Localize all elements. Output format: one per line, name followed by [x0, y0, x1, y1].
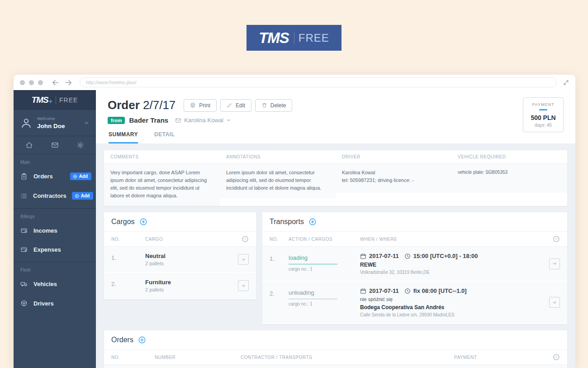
section-label-main: Main [14, 154, 96, 167]
home-icon[interactable] [25, 141, 33, 149]
sidebar-item-label: Orders [33, 173, 53, 180]
sidebar-item-label: Drivers [33, 300, 54, 307]
transport-row-no: 1. [270, 253, 289, 262]
window-dot[interactable] [38, 80, 43, 85]
sidebar-item-label: Contractors [33, 192, 66, 199]
back-arrow-icon[interactable] [52, 79, 59, 86]
sidebar-item-expenses[interactable]: Expenses [14, 240, 96, 259]
steering-wheel-icon [20, 300, 28, 307]
tab-detail[interactable]: DETAIL [154, 131, 175, 143]
comments-body: Very important cargo, done ASAP Lorem ip… [104, 164, 220, 206]
sidebar-item-label: Expenses [33, 246, 61, 253]
sidebar-section-main: Main Orders Add Contractors Add [14, 154, 96, 209]
add-contractor-button[interactable]: Add [72, 192, 93, 200]
logo-variant: FREE [299, 32, 329, 44]
annotations-header: ANNOTATIONS [220, 150, 336, 164]
help-icon[interactable]: ? [553, 235, 560, 243]
contact-dropdown[interactable]: Karolina Kowal [175, 117, 231, 124]
from-badge: from [108, 117, 125, 124]
transports-col-no: NO. [270, 237, 289, 242]
user-menu[interactable]: Welcome John Doe [14, 110, 96, 136]
transport-cargo-no: cargo no.: 1 [289, 301, 360, 306]
main-content: Order 2/7/17 Print Edit Delete [96, 90, 575, 368]
add-order-icon[interactable] [138, 336, 146, 344]
window-dot[interactable] [20, 80, 25, 85]
logo-divider [294, 32, 294, 44]
sidebar-item-vehicles[interactable]: Vehicles [14, 274, 96, 294]
driver-header: DRIVER [336, 150, 451, 164]
forward-arrow-icon[interactable] [65, 79, 72, 86]
transport-action-link[interactable]: unloading [289, 289, 337, 299]
orders-col-number: NUMBER [155, 355, 241, 360]
payment-box: PAYMENT 500 PLN days: 45 [523, 97, 564, 132]
browser-window: http://www.freetms.plus/ TMS+ FREE Welco… [14, 75, 575, 368]
transport-expand-button[interactable] [549, 297, 560, 308]
messages-icon[interactable] [51, 141, 59, 149]
comments-column: COMMENTS Very important cargo, done ASAP… [104, 150, 220, 206]
page-title: Order 2/7/17 [108, 98, 175, 112]
transport-row: 2. unloading cargo no.: 1 2017-07-11 [262, 282, 567, 324]
info-panel: COMMENTS Very important cargo, done ASAP… [104, 150, 567, 206]
order-row: 1. 4/7/17 to Bader Trans Berlin (DE)→Mad… [104, 365, 567, 368]
help-icon[interactable]: ? [553, 354, 560, 361]
orders-panel: Orders NO. NUMBER CONTRACTOR / TRANSPORT… [104, 330, 567, 368]
add-order-button[interactable]: Add [70, 172, 91, 180]
transports-col-action: ACTION / CARGOS [289, 237, 360, 242]
sidebar-item-label: Incomes [33, 227, 57, 234]
orders-col-payment: PAYMENT [454, 355, 553, 360]
orders-col-contractor: CONTRACTOR / TRANSPORTS [241, 355, 454, 360]
calendar-icon [360, 288, 366, 294]
sidebar-logo-plus: + [49, 98, 52, 105]
transport-row-no: 2. [270, 287, 289, 297]
cargo-expand-button[interactable] [238, 280, 249, 291]
delete-button[interactable]: Delete [255, 99, 293, 112]
pencil-icon [227, 102, 232, 108]
printer-icon [190, 102, 196, 108]
help-icon[interactable]: ? [242, 235, 249, 243]
window-dot[interactable] [29, 80, 34, 85]
sidebar-item-drivers[interactable]: Drivers [14, 294, 96, 313]
add-cargo-icon[interactable] [139, 218, 147, 226]
payment-label: PAYMENT [526, 102, 560, 107]
edit-button[interactable]: Edit [220, 99, 251, 112]
cargos-title: Cargos [111, 218, 135, 226]
contact-name: Karolina Kowal [184, 117, 223, 124]
clock-icon [404, 253, 411, 259]
cargo-name: Furniture [145, 279, 238, 286]
cargo-expand-button[interactable] [238, 254, 249, 265]
cargos-col-no: NO. [111, 237, 145, 242]
tms-logo: TMS FREE [247, 25, 341, 51]
transport-action-link[interactable]: loading [289, 254, 337, 264]
driver-column: DRIVER Karolina Kowal tel: 505987231; dr… [336, 150, 451, 206]
expand-icon[interactable] [563, 80, 569, 86]
transport-expand-button[interactable] [549, 258, 560, 269]
calendar-icon [360, 253, 366, 259]
sidebar-logo: TMS+ FREE [14, 90, 96, 110]
sidebar-item-orders[interactable]: Orders Add [14, 167, 96, 186]
cargo-qty: 2 pallets [145, 261, 238, 266]
sidebar-logo-variant: FREE [59, 96, 78, 104]
url-bar[interactable]: http://www.freetms.plus/ [80, 77, 557, 87]
user-icon [20, 117, 33, 129]
cargo-row: 2. Furniture 2 pallets [104, 273, 256, 299]
cargos-panel: Cargos NO. CARGO ? 1. Neutral [104, 212, 256, 299]
tab-summary[interactable]: SUMMARY [109, 131, 138, 143]
transports-title: Transports [270, 218, 304, 226]
add-transport-icon[interactable] [308, 218, 317, 226]
section-label-billings: Billings [14, 209, 96, 221]
vehicle-column: VEHICLE REQUIRED vehicle plate: SGB05353 [451, 150, 567, 206]
cargo-qty: 2 pallets [145, 287, 238, 292]
sidebar-item-incomes[interactable]: Incomes [14, 221, 96, 240]
svg-text:?: ? [555, 237, 557, 241]
transport-place: Bodega Cooperativa San Andrés [360, 304, 549, 311]
transport-date: 2017-07-11 [369, 287, 399, 294]
vehicle-body: vehicle plate: SGB05353 [451, 164, 567, 193]
driver-contact: tel: 505987231; driving licence: - [342, 177, 445, 184]
payment-dash [539, 109, 547, 110]
settings-gear-icon[interactable] [76, 141, 84, 149]
orders-title: Orders [111, 336, 133, 344]
print-button[interactable]: Print [184, 99, 217, 112]
driver-name: Karolina Kowal [342, 169, 445, 177]
sidebar-item-contractors[interactable]: Contractors Add [14, 186, 96, 206]
tab-bar: SUMMARY DETAIL [108, 131, 564, 143]
